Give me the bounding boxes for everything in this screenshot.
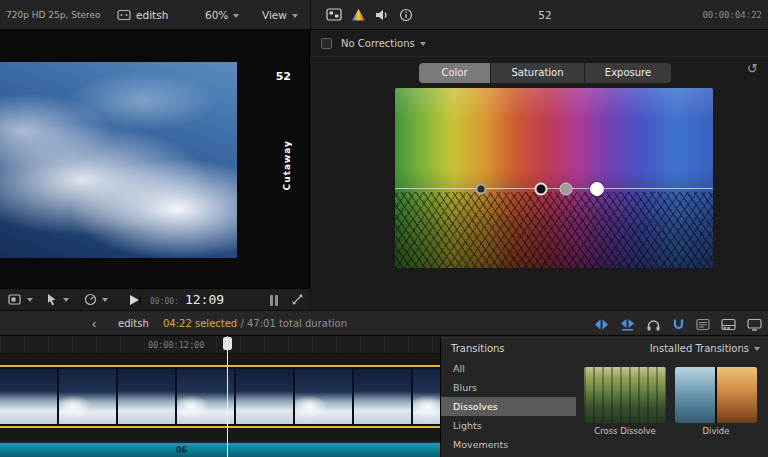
highlights-puck[interactable] (590, 182, 604, 196)
toolbar-divider (310, 0, 311, 30)
reset-icon[interactable]: ↺ (747, 61, 758, 76)
timeline-index-icon[interactable] (696, 318, 710, 331)
transition-thumbnail-left (675, 367, 715, 423)
transitions-browser: Transitions Installed Transitions All Bl… (440, 337, 768, 457)
chevron-down-icon (754, 347, 760, 351)
shadows-puck[interactable] (535, 182, 548, 195)
filmstrip-frame (59, 369, 116, 424)
transitions-category-list: All Blurs Dissolves Lights Movements (441, 359, 576, 457)
transitions-grid: Cross Dissolve Divide (576, 359, 768, 457)
transition-thumbnail (584, 367, 666, 423)
filmstrip-frame (118, 369, 175, 424)
corrections-row: No Corrections (311, 30, 768, 57)
filmstrip-frame (236, 369, 293, 424)
installed-transitions-label: Installed Transitions (650, 343, 749, 354)
tab-saturation[interactable]: Saturation (491, 63, 585, 83)
color-board-hatch-pattern (395, 192, 713, 268)
external-display-icon[interactable] (747, 318, 762, 331)
timeline-duration-status: 04:22 selected / 47:01 total duration (163, 311, 347, 337)
master-puck[interactable] (476, 183, 487, 194)
view-select[interactable]: View (262, 0, 298, 30)
ruler-timecode: 00:00:12:00 (148, 340, 204, 350)
timecode-hours-minutes: 00:00: (150, 297, 179, 306)
color-board (395, 88, 713, 268)
tab-color[interactable]: Color (419, 63, 491, 83)
viewer-options-button[interactable] (8, 293, 33, 306)
transitions-title: Transitions (451, 338, 505, 359)
app-window: 720p HD 25p, Stereo editsh 60% View 52 0… (0, 0, 768, 457)
chevron-down-icon (233, 14, 239, 18)
timeline-toolbar-icons (594, 311, 762, 337)
playhead[interactable] (227, 336, 228, 457)
transition-item-cross-dissolve[interactable]: Cross Dissolve (584, 367, 666, 436)
info-icon[interactable] (399, 8, 413, 25)
playhead-handle[interactable] (223, 337, 232, 350)
total-duration: / 47:01 total duration (237, 318, 347, 329)
palette-icon[interactable] (351, 8, 366, 25)
midtones-puck[interactable] (560, 182, 573, 195)
chevron-down-icon (292, 14, 298, 18)
inspector-timecode: 00:00:04:22 (702, 0, 762, 30)
viewer-angle-label: Cutaway (282, 140, 292, 190)
color-board-icon[interactable] (326, 8, 342, 25)
meter-bar (275, 295, 278, 306)
back-icon[interactable]: ‹ (92, 311, 96, 336)
audio-meters-icon[interactable] (270, 294, 280, 309)
transition-thumbnail-right (717, 367, 757, 423)
snapping-magnet-icon[interactable] (672, 318, 685, 331)
transport-timecode: 00:00: 12:09 (150, 289, 224, 311)
filmstrip-frame (354, 369, 411, 424)
chevron-down-icon (102, 298, 108, 302)
color-board-tabs: Color Saturation Exposure (419, 63, 671, 83)
skimming-icon[interactable] (594, 318, 609, 331)
color-inspector-panel: No Corrections Color Saturation Exposure… (311, 30, 768, 310)
speaker-icon[interactable] (375, 8, 390, 25)
viewer-clip-number: 52 (276, 70, 291, 83)
top-toolbar: 720p HD 25p, Stereo editsh 60% View 52 0… (0, 0, 768, 30)
chevron-down-icon (420, 42, 426, 46)
timecode-seconds-frames: 12:09 (185, 292, 224, 307)
transition-item-divide[interactable]: Divide (675, 367, 757, 436)
transition-name: Cross Dissolve (584, 426, 666, 436)
category-blurs[interactable]: Blurs (441, 378, 576, 397)
transition-name: Divide (675, 426, 757, 436)
neutral-line (395, 188, 713, 189)
filmstrip-frame (177, 369, 234, 424)
fullscreen-icon[interactable] (291, 293, 304, 309)
tab-exposure[interactable]: Exposure (585, 63, 671, 83)
filmstrip-frame (295, 369, 352, 424)
transport-bar: 00:00: 12:09 (0, 288, 310, 310)
chevron-down-icon (63, 298, 69, 302)
retime-menu-button[interactable] (84, 293, 108, 306)
category-lights[interactable]: Lights (441, 416, 576, 435)
play-button[interactable] (130, 295, 141, 305)
view-label: View (262, 9, 287, 21)
corrections-dropdown[interactable]: No Corrections (341, 30, 426, 57)
filmstrip-frame (0, 369, 57, 424)
solo-headphones-icon[interactable] (646, 318, 661, 331)
category-dissolves[interactable]: Dissolves (441, 397, 576, 416)
audio-skimming-icon[interactable] (620, 318, 635, 331)
viewer-video-frame (0, 62, 237, 258)
inspector-clip-number: 52 (523, 0, 567, 30)
project-format-info: 720p HD 25p, Stereo (6, 0, 101, 30)
audio-clip-label: 06 (176, 446, 187, 455)
media-icon (117, 9, 131, 23)
viewer: 52 Cutaway (0, 30, 310, 288)
corrections-dropdown-label: No Corrections (341, 38, 415, 49)
project-name[interactable]: editsh (136, 0, 168, 30)
meter-bar (270, 295, 273, 306)
clip-appearance-icon[interactable] (721, 318, 736, 331)
correction-enable-checkbox[interactable] (321, 38, 332, 49)
tools-menu-button[interactable] (46, 293, 69, 306)
timeline-project-name[interactable]: editsh (118, 311, 149, 337)
zoom-select[interactable]: 60% (205, 0, 239, 30)
chevron-down-icon (27, 298, 33, 302)
transition-thumbnail (675, 367, 757, 423)
category-movements[interactable]: Movements (441, 435, 576, 454)
installed-transitions-dropdown[interactable]: Installed Transitions (650, 338, 760, 359)
zoom-value: 60% (205, 9, 228, 21)
category-all[interactable]: All (441, 359, 576, 378)
timeline-toolbar: ‹ editsh 04:22 selected / 47:01 total du… (0, 310, 768, 336)
selected-duration: 04:22 selected (163, 318, 237, 329)
